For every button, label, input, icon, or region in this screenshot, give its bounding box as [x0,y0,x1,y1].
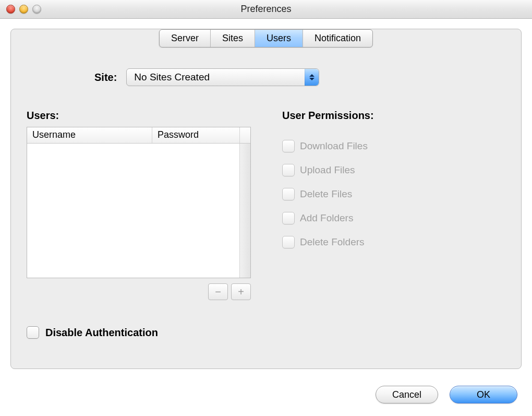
users-tab-content: Site: No Sites Created Users: Username P… [21,50,511,358]
permissions-heading: User Permissions: [282,110,511,122]
perm-add-folders: Add Folders [282,212,511,224]
tab-server[interactable]: Server [160,30,211,47]
users-table-body[interactable] [27,144,250,278]
perm-delete-files-checkbox[interactable] [282,188,295,200]
perm-delete-folders-checkbox[interactable] [282,236,295,248]
dialog-footer: Cancel OK [376,386,517,403]
users-table-scrollbar[interactable] [239,144,250,278]
perm-delete-folders: Delete Folders [282,236,511,248]
remove-user-button[interactable]: − [208,283,228,300]
users-col-scroll-spacer [240,127,250,143]
site-popup-button[interactable]: No Sites Created [126,68,319,86]
updown-arrows-icon [305,69,319,86]
perm-delete-folders-label: Delete Folders [300,236,365,248]
cancel-button[interactable]: Cancel [376,386,438,403]
perm-upload-files-checkbox[interactable] [282,164,295,176]
perm-delete-files-label: Delete Files [300,188,352,200]
site-row: Site: No Sites Created [21,68,511,86]
users-table[interactable]: Username Password [27,127,251,278]
ok-button[interactable]: OK [450,386,517,403]
perm-upload-files: Upload Files [282,164,511,176]
add-user-button[interactable]: + [231,283,251,300]
users-add-remove-buttons: − + [27,283,251,300]
users-columns: Users: Username Password − + [21,110,511,300]
users-col-username[interactable]: Username [27,127,152,143]
users-col-password[interactable]: Password [152,127,240,143]
tab-sites[interactable]: Sites [211,30,255,47]
disable-authentication-checkbox[interactable] [27,326,39,339]
preferences-panel: Site: No Sites Created Users: Username P… [10,29,522,369]
site-label: Site: [94,72,117,84]
perm-download-files-checkbox[interactable] [282,140,295,152]
window-title: Preferences [0,4,532,15]
perm-delete-files: Delete Files [282,188,511,200]
disable-authentication-label: Disable Authentication [45,327,158,339]
disable-authentication-row: Disable Authentication [21,326,511,339]
tab-users[interactable]: Users [255,30,303,47]
perm-add-folders-label: Add Folders [300,212,353,224]
site-popup-value: No Sites Created [134,72,210,83]
permissions-list: Download Files Upload Files Delete Files… [282,140,511,248]
users-table-header: Username Password [27,127,250,144]
tab-notification[interactable]: Notification [303,30,372,47]
preferences-tabs: Server Sites Users Notification [159,29,373,47]
window-titlebar: Preferences [0,0,532,19]
perm-download-files: Download Files [282,140,511,152]
perm-download-files-label: Download Files [300,140,368,152]
permissions-column: User Permissions: Download Files Upload … [282,110,511,300]
perm-upload-files-label: Upload Files [300,164,355,176]
users-column: Users: Username Password − + [27,110,251,300]
perm-add-folders-checkbox[interactable] [282,212,295,224]
users-table-rows[interactable] [27,144,239,278]
users-heading: Users: [27,110,251,122]
